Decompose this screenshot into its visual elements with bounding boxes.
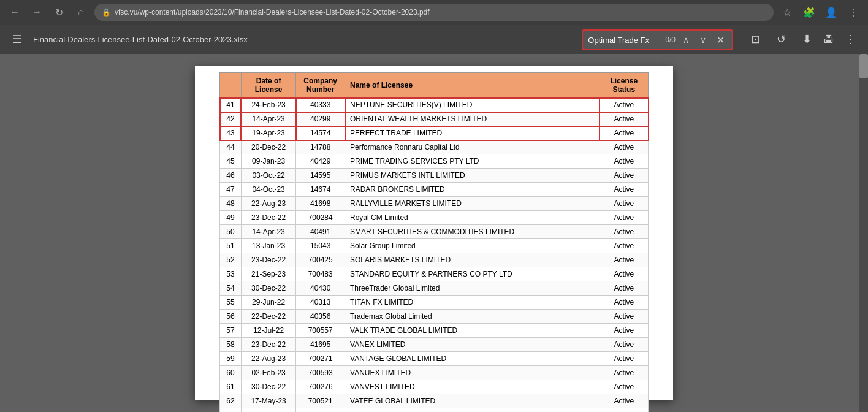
table-row: 59 22-Aug-23 700271 VANTAGE GLOBAL LIMIT…: [220, 352, 649, 366]
cell-name: RADAR BROKERS LIMITED: [345, 183, 600, 197]
cell-company: 700521: [296, 394, 345, 408]
cell-name: VATEE GLOBAL LIMITED: [345, 394, 600, 408]
table-row: 43 19-Apr-23 14574 PERFECT TRADE LIMITED…: [220, 126, 649, 140]
cell-name: VANVEST LIMITED: [345, 380, 600, 394]
pdf-content-area: Date of License CompanyNumber Name of Li…: [0, 54, 868, 412]
cell-status: Active: [600, 338, 648, 352]
cell-company: 700276: [296, 380, 345, 394]
cell-num: 51: [220, 239, 242, 253]
licensee-table: Date of License CompanyNumber Name of Li…: [219, 72, 649, 412]
cell-date: 02-Feb-23: [241, 366, 295, 380]
cell-date: 24-Feb-23: [241, 98, 295, 112]
cell-name: TITAN FX LIMITED: [345, 296, 600, 310]
url-text: vfsc.vu/wp-content/uploads/2023/10/Finan…: [115, 8, 430, 17]
cell-company: 40333: [296, 98, 345, 112]
search-input[interactable]: [588, 36, 661, 45]
reload-button[interactable]: ↻: [50, 4, 67, 21]
fit-page-button[interactable]: ⊡: [745, 29, 765, 49]
cell-date: 09-Jan-23: [241, 154, 295, 169]
extensions-button[interactable]: 🧩: [801, 4, 818, 21]
cell-status: Active: [600, 281, 648, 296]
cell-date: 13-Jan-23: [241, 239, 295, 253]
browser-menu-button[interactable]: ⋮: [845, 4, 862, 21]
table-row: 53 21-Sep-23 700483 STANDARD EQUITY & PA…: [220, 267, 649, 281]
cell-status: Active: [600, 394, 648, 408]
cell-company: 40429: [296, 154, 345, 169]
cell-name: Royal CM Limited: [345, 211, 600, 225]
cell-name: PRIMUS MARKETS INTL LIMITED: [345, 169, 600, 183]
cell-status: Active: [600, 239, 648, 253]
cell-company: 700483: [296, 267, 345, 281]
cell-status: Active: [600, 253, 648, 267]
cell-status: Active: [600, 225, 648, 239]
table-row: 62 17-May-23 700521 VATEE GLOBAL LIMITED…: [220, 394, 649, 408]
forward-button[interactable]: →: [28, 4, 45, 21]
cell-name: STANDARD EQUITY & PARTNERS CO PTY LTD: [345, 267, 600, 281]
cell-status: Active: [600, 267, 648, 281]
cell-date: 17-May-23: [241, 394, 295, 408]
cell-num: 47: [220, 183, 242, 197]
rotate-button[interactable]: ↺: [771, 29, 791, 49]
table-row: 56 22-Dec-22 40356 Trademax Global Limit…: [220, 310, 649, 324]
table-row: 45 09-Jan-23 40429 PRIME TRADING SERVICE…: [220, 154, 649, 169]
cell-num: 46: [220, 169, 242, 183]
download-button[interactable]: ⬇: [797, 29, 817, 49]
cell-company: 15043: [296, 239, 345, 253]
cell-num: 41: [220, 98, 242, 112]
cell-num: 60: [220, 366, 242, 380]
pdf-page: Date of License CompanyNumber Name of Li…: [195, 66, 673, 400]
table-row: 48 22-Aug-23 41698 RALLYVILLE MARKETS LI…: [220, 197, 649, 211]
cell-num: 48: [220, 197, 242, 211]
cell-num: 42: [220, 112, 242, 126]
cell-name: Performance Ronnaru Capital Ltd: [345, 140, 600, 154]
col-header-date: Date of License: [241, 73, 295, 98]
search-close-button[interactable]: ✕: [714, 33, 727, 47]
cell-name: NEPTUNE SECURITIES(V) LIMITED: [345, 98, 600, 112]
cell-status: Active: [600, 296, 648, 310]
cell-num: 62: [220, 394, 242, 408]
table-row: 54 30-Dec-22 40430 ThreeTrader Global Li…: [220, 281, 649, 296]
cell-date: 12-Jul-22: [241, 324, 295, 338]
back-button[interactable]: ←: [6, 4, 23, 21]
col-header-company: CompanyNumber: [296, 73, 345, 98]
cell-status: Active: [600, 126, 648, 140]
cell-num: 49: [220, 211, 242, 225]
scrollbar[interactable]: [859, 54, 868, 412]
search-next-button[interactable]: ∨: [696, 33, 710, 47]
cell-name: VALK TRADE GLOBAL LIMITED: [345, 324, 600, 338]
address-bar[interactable]: 🔒 vfsc.vu/wp-content/uploads/2023/10/Fin…: [94, 4, 774, 21]
sidebar-toggle-button[interactable]: ☰: [7, 29, 27, 49]
table-row: 52 23-Dec-22 700425 SOLARIS MARKETS LIMI…: [220, 253, 649, 267]
cell-num: 58: [220, 338, 242, 352]
cell-name: VANUEX LIMITED: [345, 366, 600, 380]
table-row: 63 03-Aug-23 700627 VT MARKETS GLOBAL LT…: [220, 408, 649, 413]
profile-button[interactable]: 👤: [823, 4, 840, 21]
cell-date: 30-Dec-22: [241, 380, 295, 394]
cell-num: 53: [220, 267, 242, 281]
cell-company: 14788: [296, 140, 345, 154]
cell-num: 63: [220, 408, 242, 413]
cell-status: Active: [600, 112, 648, 126]
cell-name: VANTAGE GLOBAL LIMITED: [345, 352, 600, 366]
bookmark-button[interactable]: ☆: [779, 4, 796, 21]
cell-status: Active: [600, 310, 648, 324]
cell-status: Active: [600, 211, 648, 225]
table-row: 44 20-Dec-22 14788 Performance Ronnaru C…: [220, 140, 649, 154]
table-row: 51 13-Jan-23 15043 Solar Group Limited A…: [220, 239, 649, 253]
cell-company: 700271: [296, 352, 345, 366]
col-header-name: Name of Licensee: [345, 73, 600, 98]
cell-name: ORIENTAL WEALTH MARKETS LIMITED: [345, 112, 600, 126]
cell-status: Active: [600, 98, 648, 112]
lock-icon: 🔒: [102, 8, 111, 17]
table-row: 47 04-Oct-23 14674 RADAR BROKERS LIMITED…: [220, 183, 649, 197]
cell-num: 61: [220, 380, 242, 394]
home-button[interactable]: ⌂: [72, 4, 89, 21]
table-row: 42 14-Apr-23 40299 ORIENTAL WEALTH MARKE…: [220, 112, 649, 126]
more-options-button[interactable]: ⋮: [841, 29, 861, 49]
cell-name: VT MARKETS GLOBAL LTD: [345, 408, 600, 413]
cell-date: 19-Apr-23: [241, 126, 295, 140]
search-prev-button[interactable]: ∧: [679, 33, 693, 47]
print-button[interactable]: 🖶: [819, 29, 839, 49]
scrollbar-thumb[interactable]: [859, 54, 868, 78]
cell-date: 14-Apr-23: [241, 225, 295, 239]
